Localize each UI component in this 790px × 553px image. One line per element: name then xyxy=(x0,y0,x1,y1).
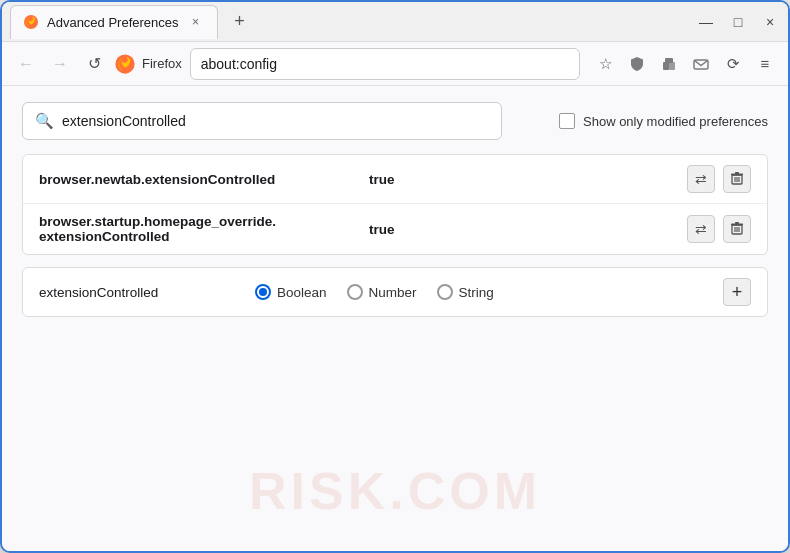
firefox-logo xyxy=(114,53,136,75)
search-icon: 🔍 xyxy=(35,112,54,130)
maximize-button[interactable]: □ xyxy=(728,14,748,30)
radio-boolean-inner xyxy=(259,288,267,296)
toggle-button-2[interactable]: ⇄ xyxy=(687,215,715,243)
table-row: browser.newtab.extensionControlled true … xyxy=(23,155,767,204)
delete-button-2[interactable] xyxy=(723,215,751,243)
title-bar: Advanced Preferences × + — □ × xyxy=(2,2,788,42)
shield-icon[interactable] xyxy=(624,51,650,77)
delete-button-1[interactable] xyxy=(723,165,751,193)
toggle-button-1[interactable]: ⇄ xyxy=(687,165,715,193)
sync-icon[interactable]: ⟳ xyxy=(720,51,746,77)
result-name-2: browser.startup.homepage_override. exten… xyxy=(39,214,359,244)
toggle-icon-1: ⇄ xyxy=(695,171,707,187)
toggle-icon-2: ⇄ xyxy=(695,221,707,237)
back-button[interactable]: ← xyxy=(12,50,40,78)
url-text: about:config xyxy=(201,56,277,72)
delete-icon-1 xyxy=(730,171,744,188)
radio-string[interactable]: String xyxy=(437,284,494,300)
result-value-1: true xyxy=(369,172,677,187)
refresh-icon: ↺ xyxy=(88,54,101,73)
result-value-2: true xyxy=(369,222,677,237)
window-controls: — □ × xyxy=(696,14,780,30)
table-row: browser.startup.homepage_override. exten… xyxy=(23,204,767,254)
add-plus-button[interactable]: + xyxy=(723,278,751,306)
svg-rect-8 xyxy=(735,172,739,174)
nav-bar: ← → ↺ Firefox about:config ☆ xyxy=(2,42,788,86)
watermark: RISK.COM xyxy=(249,461,541,521)
search-box[interactable]: 🔍 extensionControlled xyxy=(22,102,502,140)
radio-number[interactable]: Number xyxy=(347,284,417,300)
search-input[interactable]: extensionControlled xyxy=(62,113,489,129)
radio-string-circle xyxy=(437,284,453,300)
forward-button[interactable]: → xyxy=(46,50,74,78)
results-table: browser.newtab.extensionControlled true … xyxy=(22,154,768,255)
radio-string-label: String xyxy=(459,285,494,300)
forward-icon: → xyxy=(52,55,68,73)
extension-icon[interactable] xyxy=(656,51,682,77)
radio-number-circle xyxy=(347,284,363,300)
back-icon: ← xyxy=(18,55,34,73)
tab-close-button[interactable]: × xyxy=(187,13,205,31)
show-modified-label: Show only modified preferences xyxy=(583,114,768,129)
show-modified-row: Show only modified preferences xyxy=(559,113,768,129)
url-bar[interactable]: about:config xyxy=(190,48,580,80)
menu-button[interactable]: ≡ xyxy=(752,51,778,77)
new-tab-button[interactable]: + xyxy=(226,8,254,36)
nav-icons: ☆ ⟳ ≡ xyxy=(592,51,778,77)
result-actions-2: ⇄ xyxy=(687,215,751,243)
show-modified-checkbox[interactable] xyxy=(559,113,575,129)
radio-boolean[interactable]: Boolean xyxy=(255,284,327,300)
browser-window: Advanced Preferences × + — □ × ← → ↺ Fir… xyxy=(0,0,790,553)
add-row-name: extensionControlled xyxy=(39,285,239,300)
result-name-1: browser.newtab.extensionControlled xyxy=(39,172,359,187)
delete-icon-2 xyxy=(730,221,744,238)
add-row: extensionControlled Boolean Number Strin… xyxy=(22,267,768,317)
radio-boolean-circle xyxy=(255,284,271,300)
page-content: RISK.COM 🔍 extensionControlled Show only… xyxy=(2,86,788,551)
minimize-button[interactable]: — xyxy=(696,14,716,30)
svg-rect-4 xyxy=(665,58,673,63)
radio-number-label: Number xyxy=(369,285,417,300)
svg-rect-11 xyxy=(735,222,739,224)
tab-favicon xyxy=(23,14,39,30)
tab-title: Advanced Preferences xyxy=(47,15,179,30)
search-row: 🔍 extensionControlled Show only modified… xyxy=(22,102,768,140)
svg-rect-2 xyxy=(663,62,669,70)
mail-icon[interactable] xyxy=(688,51,714,77)
bookmark-icon[interactable]: ☆ xyxy=(592,51,618,77)
result-actions-1: ⇄ xyxy=(687,165,751,193)
radio-boolean-label: Boolean xyxy=(277,285,327,300)
browser-name: Firefox xyxy=(142,56,182,71)
svg-rect-3 xyxy=(669,62,675,70)
refresh-button[interactable]: ↺ xyxy=(80,50,108,78)
close-window-button[interactable]: × xyxy=(760,14,780,30)
active-tab[interactable]: Advanced Preferences × xyxy=(10,5,218,39)
radio-group: Boolean Number String xyxy=(255,284,707,300)
